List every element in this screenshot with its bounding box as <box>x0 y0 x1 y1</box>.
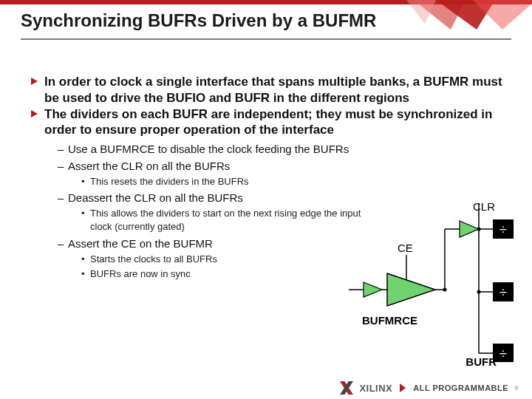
detail-item: This allows the dividers to start on the… <box>81 207 371 233</box>
xilinx-logo-icon <box>340 381 353 395</box>
svg-marker-28 <box>400 383 406 392</box>
label-ce: CE <box>398 242 413 254</box>
tagline-text: ALL PROGRAMMABLE <box>413 383 508 392</box>
detail-item: This resets the dividers in the BUFRs <box>81 175 511 188</box>
sub-item: Assert the CLR on all the BUFRs This res… <box>58 158 511 188</box>
svg-marker-23 <box>364 282 382 297</box>
chevron-right-icon <box>398 383 407 392</box>
label-clr: CLR <box>473 200 495 213</box>
sub-item: Use a BUFMRCE to disable the clock feedi… <box>58 141 511 157</box>
title-rule <box>21 38 511 40</box>
slide-title: Synchronizing BUFRs Driven by a BUFMR <box>21 10 414 31</box>
label-bufr: BUFR <box>466 355 497 368</box>
sub-text: Deassert the CLR on all the BUFRs <box>68 191 243 204</box>
bullet-item: In order to clock a single interface tha… <box>31 74 511 106</box>
bullet-text: The dividers on each BUFR are independen… <box>44 107 492 137</box>
svg-text:÷: ÷ <box>499 285 507 300</box>
svg-text:÷: ÷ <box>499 222 507 237</box>
sync-diagram: ÷ ÷ ÷ CLR CE <box>349 203 519 362</box>
sub-text: Assert the CE on the BUFMR <box>68 237 213 250</box>
trademark-icon: ® <box>514 385 519 392</box>
corner-decoration <box>406 0 532 30</box>
svg-marker-21 <box>460 221 479 237</box>
svg-marker-16 <box>387 273 435 306</box>
sub-text: Assert the CLR on all the BUFRs <box>68 160 230 172</box>
svg-point-9 <box>477 290 481 294</box>
svg-text:÷: ÷ <box>499 347 507 361</box>
label-bufmrce: BUFMRCE <box>362 314 417 327</box>
svg-point-20 <box>443 288 447 292</box>
slide-container: { "title": "Synchronizing BUFRs Driven b… <box>0 0 532 399</box>
footer: XILINX ALL PROGRAMMABLE ® <box>340 381 519 395</box>
brand-text: XILINX <box>359 383 392 394</box>
